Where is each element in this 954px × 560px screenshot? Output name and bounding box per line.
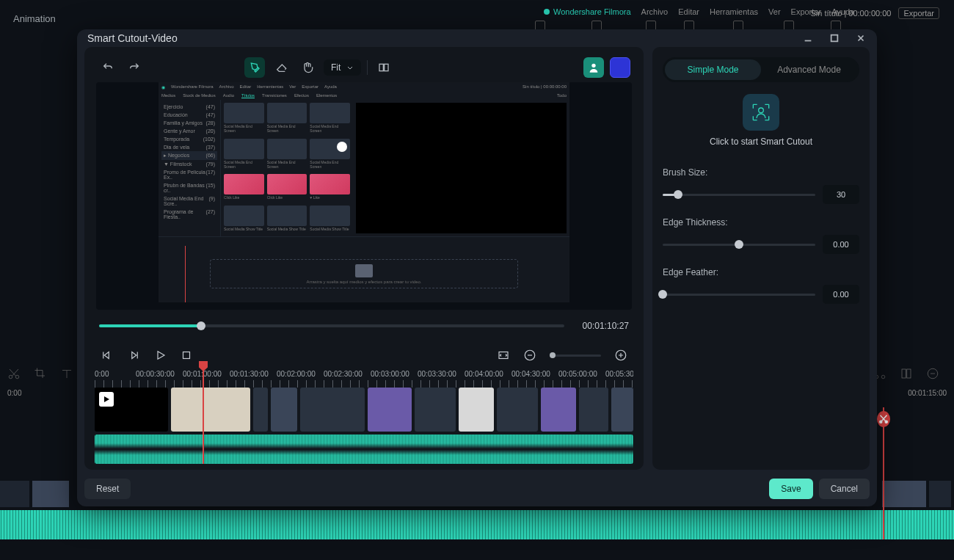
timeline-clip[interactable] [95, 388, 168, 432]
bg-ruler-mark: 0:00 [7, 389, 21, 404]
bg-menu-ver[interactable]: Ver [768, 7, 781, 16]
timecode: 00:01:10:27 [570, 321, 629, 331]
svg-point-0 [544, 9, 550, 15]
hand-tool-button[interactable] [297, 57, 318, 78]
start-cutout-label: Click to start Smart Cutout [663, 137, 859, 147]
bg-menu-herramientas[interactable]: Herramientas [710, 7, 758, 16]
timeline-ruler[interactable]: 0:00 00:00:30:00 00:01:00:00 00:01:30:00… [95, 368, 633, 388]
zoom-out-icon[interactable] [926, 367, 939, 380]
next-frame-button[interactable] [127, 349, 140, 362]
edge-thickness-slider[interactable] [663, 244, 815, 246]
svg-rect-5 [902, 369, 906, 378]
modal-title: Smart Cutout-Video [87, 32, 178, 44]
timeline-clip[interactable] [300, 388, 365, 432]
zoom-slider[interactable] [550, 354, 601, 357]
bg-brand: Wondershare Filmora [543, 7, 631, 16]
svg-point-1 [9, 375, 12, 379]
svg-point-18 [759, 108, 764, 113]
undo-button[interactable] [98, 57, 118, 78]
mask-color-button[interactable] [610, 57, 630, 78]
bg-ruler-mark: 00:01:15:00 [908, 389, 947, 397]
reset-button[interactable]: Reset [84, 479, 131, 499]
crop-icon[interactable] [34, 367, 47, 380]
timeline-clip[interactable] [541, 388, 576, 432]
fit-view-button[interactable] [497, 349, 510, 362]
svg-rect-10 [831, 35, 838, 42]
redo-button[interactable] [124, 57, 145, 78]
maximize-button[interactable] [829, 32, 840, 44]
bg-export-button[interactable]: Exportar [898, 7, 939, 19]
bg-clip[interactable] [929, 481, 951, 507]
svg-point-4 [881, 375, 885, 379]
bg-audio-track[interactable] [0, 510, 954, 539]
minimize-button[interactable] [802, 32, 814, 44]
play-button[interactable] [153, 349, 167, 362]
svg-rect-6 [907, 369, 911, 378]
save-button[interactable]: Save [769, 479, 812, 499]
timeline-clip[interactable] [368, 388, 412, 432]
advanced-mode-tab[interactable]: Advanced Mode [761, 59, 857, 80]
timeline-clip[interactable] [611, 388, 633, 432]
preview-area[interactable]: ◉Wondershare Filmora ArchivoEditarHerram… [96, 82, 632, 310]
timeline-playhead[interactable] [203, 368, 204, 464]
brush-tool-button[interactable] [244, 57, 265, 78]
bg-playhead[interactable] [883, 407, 884, 539]
cut-icon[interactable] [7, 367, 21, 380]
bg-animation-title: Animation [13, 13, 56, 24]
split-icon[interactable] [900, 367, 913, 380]
timeline-audio-track[interactable] [95, 434, 633, 464]
progress-slider[interactable] [99, 324, 564, 327]
brush-size-label: Brush Size: [663, 167, 859, 178]
svg-point-13 [591, 64, 595, 68]
person-mask-button[interactable] [583, 57, 604, 78]
close-button[interactable] [855, 32, 867, 44]
fit-select[interactable]: Fit [324, 59, 361, 76]
edge-thickness-value[interactable]: 0.00 [823, 235, 859, 254]
bg-menu-editar[interactable]: Editar [678, 7, 699, 16]
edge-feather-value[interactable]: 0.00 [823, 285, 859, 304]
svg-point-2 [15, 375, 19, 379]
bg-clip[interactable] [32, 481, 69, 507]
edge-feather-label: Edge Feather: [663, 267, 859, 277]
start-smart-cutout-button[interactable] [743, 94, 779, 131]
compare-button[interactable] [374, 57, 394, 78]
timeline-clip[interactable] [415, 388, 456, 432]
svg-rect-11 [379, 64, 383, 70]
timeline-clip[interactable] [253, 388, 268, 432]
text-icon[interactable] [60, 367, 73, 380]
timeline-clip[interactable] [459, 388, 494, 432]
svg-rect-12 [385, 64, 388, 70]
bg-menu-archivo[interactable]: Archivo [641, 7, 669, 16]
brush-size-slider[interactable] [663, 194, 815, 196]
eraser-tool-button[interactable] [271, 57, 291, 78]
timeline-clip[interactable] [497, 388, 538, 432]
edge-thickness-label: Edge Thickness: [663, 217, 859, 228]
zoom-out-button[interactable] [523, 349, 536, 362]
timeline-clip[interactable] [171, 388, 250, 432]
timeline-clip[interactable] [271, 388, 297, 432]
simple-mode-tab[interactable]: Simple Mode [665, 59, 761, 80]
timeline-clip[interactable] [579, 388, 608, 432]
bg-clip[interactable] [0, 481, 29, 507]
bg-clip[interactable] [882, 481, 926, 507]
stop-button[interactable] [180, 349, 193, 362]
smart-cutout-modal: Smart Cutout-Video Fit [77, 29, 877, 506]
zoom-in-button[interactable] [614, 349, 627, 362]
prev-frame-button[interactable] [101, 349, 114, 362]
brush-size-value[interactable]: 30 [823, 185, 859, 204]
svg-rect-14 [183, 352, 190, 359]
bg-playhead-marker[interactable] [877, 411, 890, 427]
edge-feather-slider[interactable] [663, 294, 815, 296]
bg-status-text: Sin título | 00:00:00:00 [811, 9, 892, 18]
cancel-button[interactable]: Cancel [819, 479, 870, 499]
